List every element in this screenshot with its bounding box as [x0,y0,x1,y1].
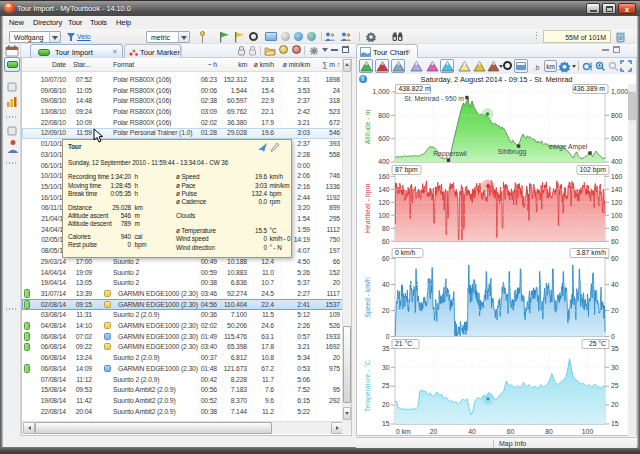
svg-text:800: 800 [378,112,390,119]
svg-text:20: 20 [611,401,619,408]
svg-text:100: 100 [378,212,390,219]
svg-text:20: 20 [430,428,438,435]
svg-text:800: 800 [611,112,623,119]
svg-text:St. Meinrad - 950 m: St. Meinrad - 950 m [404,95,464,102]
svg-text:Temperature - °C: Temperature - °C [364,360,372,412]
svg-text:40: 40 [468,428,476,435]
svg-text:100: 100 [582,428,594,435]
svg-text:15: 15 [611,420,619,427]
svg-text:140: 140 [378,186,390,193]
svg-text:3.87 km/h: 3.87 km/h [576,249,606,256]
svg-text:0 km: 0 km [396,428,411,435]
svg-text:600: 600 [378,135,390,142]
svg-text:60: 60 [611,238,619,245]
svg-text:60: 60 [382,255,390,262]
svg-text:140: 140 [611,186,623,193]
svg-text:25 °C: 25 °C [589,340,606,347]
svg-text:400: 400 [378,158,390,165]
svg-text:Rapperswil: Rapperswil [433,150,467,158]
svg-text:160: 160 [378,173,390,180]
svg-text:30: 30 [611,364,619,371]
svg-text:80: 80 [382,225,390,232]
svg-text:35: 35 [611,345,619,352]
svg-text:40: 40 [382,281,390,288]
svg-text:160: 160 [611,173,623,180]
svg-text:21 °C: 21 °C [395,340,412,347]
svg-text:600: 600 [611,135,623,142]
svg-text:120: 120 [611,199,623,206]
svg-text:60: 60 [507,428,515,435]
svg-text:80: 80 [545,428,553,435]
svg-text:400: 400 [611,158,623,165]
svg-text:0: 0 [611,333,615,340]
svg-text:60: 60 [611,255,619,262]
svg-text:25: 25 [382,382,390,389]
svg-text:120: 120 [378,199,390,206]
svg-text:20: 20 [611,307,619,314]
svg-text:87 bpm: 87 bpm [395,166,418,174]
svg-text:Sihlbrugg: Sihlbrugg [498,148,527,156]
svg-text:438.822 m: 438.822 m [399,85,431,92]
svg-text:102 bpm: 102 bpm [580,166,607,174]
svg-text:25: 25 [611,382,619,389]
svg-text:Speed - km/h: Speed - km/h [364,277,372,318]
svg-text:1,000: 1,000 [372,88,389,95]
svg-text:80: 80 [611,225,619,232]
svg-text:60: 60 [382,238,390,245]
svg-text:0: 0 [386,333,390,340]
svg-text:Altitude - m: Altitude - m [364,109,371,144]
svg-text:15: 15 [382,420,390,427]
svg-text:30: 30 [382,364,390,371]
svg-text:20: 20 [382,307,390,314]
svg-text:ewige Ampel: ewige Ampel [549,143,588,151]
svg-text:0 km/h: 0 km/h [395,249,416,256]
svg-text:20: 20 [382,401,390,408]
svg-text:Heartbeat - bpm: Heartbeat - bpm [364,184,372,233]
svg-text:1,000: 1,000 [611,88,628,95]
svg-text:35: 35 [382,345,390,352]
svg-text:100: 100 [611,212,623,219]
svg-text:436.389 m: 436.389 m [573,85,605,92]
svg-text:40: 40 [611,281,619,288]
